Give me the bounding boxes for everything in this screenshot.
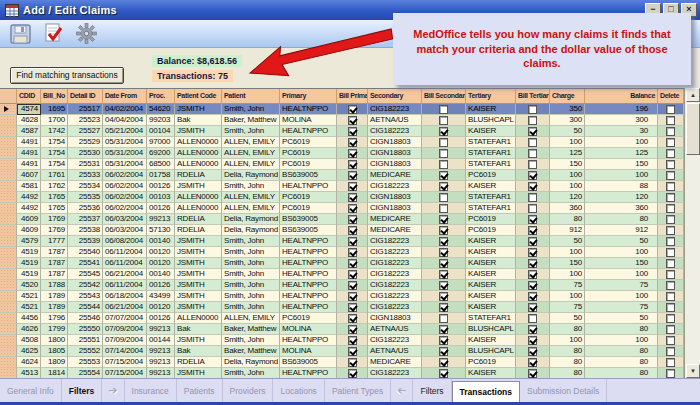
bill-tertiary-checkbox[interactable]	[528, 347, 537, 356]
bill-no-cell[interactable]: 1789	[41, 302, 68, 313]
bill-no-cell[interactable]: 1754	[41, 148, 68, 159]
bill-secondary-checkbox[interactable]	[439, 182, 448, 191]
bill-no-cell[interactable]: 1769	[41, 214, 68, 225]
bill-secondary-checkbox[interactable]	[439, 358, 448, 367]
primary-cell[interactable]: HEALTNPPO	[280, 181, 337, 192]
secondary-cell[interactable]: CIGN18803	[368, 148, 422, 159]
find-matching-transactions-button[interactable]: Find matching transactions	[10, 67, 124, 84]
table-row[interactable]: 460917692553806/03/200457130RDELIADelia,…	[0, 225, 700, 236]
proc-cell[interactable]: 00126	[147, 313, 175, 324]
primary-cell[interactable]: HEALTNPPO	[280, 280, 337, 291]
bill-secondary-checkbox[interactable]	[439, 116, 448, 125]
secondary-cell[interactable]: CIG182223	[368, 335, 422, 346]
detail-id-cell[interactable]: 25523	[68, 115, 103, 126]
primary-cell[interactable]: MOLINA	[280, 115, 337, 126]
bill-secondary-checkbox[interactable]	[439, 237, 448, 246]
bill-primary-checkbox[interactable]	[348, 116, 357, 125]
date-from-cell[interactable]: 05/21/2004	[103, 126, 147, 137]
charge-cell[interactable]: 80	[550, 324, 585, 335]
patient-code-cell[interactable]: ALLEN0000	[175, 203, 222, 214]
proc-cell[interactable]: 54620	[147, 104, 175, 115]
cdid-cell[interactable]: 4491	[17, 148, 41, 159]
column-header-primary[interactable]: Primary	[280, 89, 337, 104]
charge-cell[interactable]: 100	[550, 137, 585, 148]
cdid-cell[interactable]: 4587	[17, 126, 41, 137]
table-row[interactable]: 458717422552705/21/200400104JSMITHSmith,…	[0, 126, 700, 137]
balance-cell[interactable]: 100	[585, 291, 658, 302]
cdid-cell[interactable]: 4581	[17, 181, 41, 192]
table-row[interactable]: 452117892554306/18/200443499JSMITHSmith,…	[0, 291, 700, 302]
tertiary-cell[interactable]: STATEFAR1	[466, 192, 516, 203]
proc-cell[interactable]: 00126	[147, 203, 175, 214]
balance-cell[interactable]: 120	[585, 192, 658, 203]
scroll-up-arrow-icon[interactable]: ▲	[686, 88, 700, 102]
delete-checkbox[interactable]	[666, 292, 675, 301]
bill-primary-checkbox[interactable]	[348, 127, 357, 136]
patient-code-cell[interactable]: JSMITH	[175, 258, 222, 269]
detail-id-cell[interactable]: 25533	[68, 170, 103, 181]
detail-id-cell[interactable]: 25537	[68, 214, 103, 225]
bill-secondary-checkbox[interactable]	[439, 259, 448, 268]
charge-cell[interactable]: 350	[550, 104, 585, 115]
row-selector[interactable]	[0, 357, 17, 368]
proc-cell[interactable]: 00120	[147, 302, 175, 313]
patient-cell[interactable]: Delia, Raymond	[222, 214, 280, 225]
charge-cell[interactable]: 125	[550, 148, 585, 159]
tab-insurance[interactable]: Insurance	[125, 379, 177, 402]
balance-cell[interactable]: 150	[585, 159, 658, 170]
detail-id-cell[interactable]: 25527	[68, 126, 103, 137]
patient-code-cell[interactable]: JSMITH	[175, 269, 222, 280]
column-header-detail-id[interactable]: Detail ID	[68, 89, 103, 104]
charge-cell[interactable]: 150	[550, 159, 585, 170]
table-row[interactable]: 462518052555207/14/200499213BakBaker, Ma…	[0, 346, 700, 357]
bill-secondary-checkbox[interactable]	[439, 347, 448, 356]
balance-cell[interactable]: 100	[585, 335, 658, 346]
bill-secondary-checkbox[interactable]	[439, 193, 448, 202]
primary-cell[interactable]: HEALTNPPO	[280, 291, 337, 302]
bill-tertiary-checkbox[interactable]	[528, 116, 537, 125]
bill-secondary-checkbox[interactable]	[439, 292, 448, 301]
date-from-cell[interactable]: 06/03/2004	[103, 214, 147, 225]
bill-tertiary-checkbox[interactable]	[528, 292, 537, 301]
charge-cell[interactable]: 80	[550, 214, 585, 225]
proc-cell[interactable]: 00126	[147, 181, 175, 192]
row-selector[interactable]	[0, 313, 17, 324]
bill-secondary-checkbox[interactable]	[439, 127, 448, 136]
detail-id-cell[interactable]: 25544	[68, 302, 103, 313]
row-selector[interactable]	[0, 115, 17, 126]
bill-tertiary-checkbox[interactable]	[528, 215, 537, 224]
patient-code-cell[interactable]: JSMITH	[175, 247, 222, 258]
date-from-cell[interactable]: 06/02/2004	[103, 192, 147, 203]
bill-no-cell[interactable]: 1695	[41, 104, 68, 115]
secondary-cell[interactable]: CIG182223	[368, 302, 422, 313]
patient-code-cell[interactable]: RDELIA	[175, 214, 222, 225]
proc-cell[interactable]: 43499	[147, 291, 175, 302]
patient-cell[interactable]: Delia, Raymond	[222, 225, 280, 236]
delete-checkbox[interactable]	[666, 248, 675, 257]
column-header-date-from[interactable]: Date From	[103, 89, 147, 104]
bill-tertiary-checkbox[interactable]	[528, 325, 537, 334]
patient-code-cell[interactable]: JSMITH	[175, 280, 222, 291]
patient-cell[interactable]: Smith, John	[222, 247, 280, 258]
table-row[interactable]: 452017882554206/11/200400126JSMITHSmith,…	[0, 280, 700, 291]
bill-tertiary-checkbox[interactable]	[528, 237, 537, 246]
delete-checkbox[interactable]	[666, 127, 675, 136]
secondary-cell[interactable]: CIG182223	[368, 126, 422, 137]
delete-checkbox[interactable]	[666, 325, 675, 334]
bill-no-cell[interactable]: 1787	[41, 258, 68, 269]
balance-cell[interactable]: 100	[585, 137, 658, 148]
balance-cell[interactable]: 100	[585, 269, 658, 280]
secondary-cell[interactable]: AETNA/US	[368, 115, 422, 126]
charge-cell[interactable]: 50	[550, 313, 585, 324]
row-selector[interactable]	[0, 137, 17, 148]
row-selector[interactable]	[0, 159, 17, 170]
detail-id-cell[interactable]: 25541	[68, 258, 103, 269]
date-from-cell[interactable]: 05/31/2004	[103, 148, 147, 159]
table-row[interactable]: 449217652553606/02/200400126ALLEN0000ALL…	[0, 203, 700, 214]
patient-cell[interactable]: Delia, Raymond	[222, 357, 280, 368]
column-header-charge[interactable]: Charge	[550, 89, 585, 104]
bill-primary-checkbox[interactable]	[348, 270, 357, 279]
balance-cell[interactable]: 150	[585, 258, 658, 269]
balance-cell[interactable]: 30	[585, 126, 658, 137]
tertiary-cell[interactable]: STATEFAR1	[466, 148, 516, 159]
